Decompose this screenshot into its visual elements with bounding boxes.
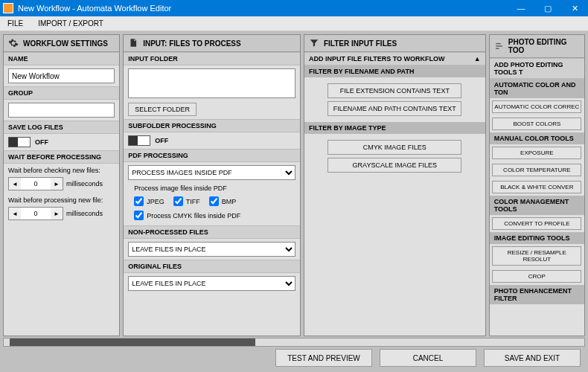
filter-by-type-label: FILTER BY IMAGE TYPE	[304, 122, 485, 134]
add-filters-label: ADD INPUT FILE FILTERS TO WORKFLOW▲	[304, 52, 485, 65]
filename-path-button[interactable]: FILENAME AND PATH CONTAINS TEXT	[327, 101, 461, 116]
menubar: FILE IMPORT / EXPORT	[0, 16, 588, 31]
group-field[interactable]	[8, 103, 115, 118]
auto-tone-label: AUTOMATIC COLOR AND TON	[490, 79, 584, 98]
input-folder-label: INPUT FOLDER	[124, 52, 300, 65]
input-files-panel: INPUT: FILES TO PROCESS INPUT FOLDER SEL…	[123, 34, 301, 336]
filter-icon	[309, 38, 319, 48]
app-icon	[3, 3, 13, 13]
add-tools-label: ADD PHOTO EDITING TOOLS T	[490, 58, 584, 79]
filter-by-name-label: FILTER BY FILENAME AND PATH	[304, 65, 485, 77]
nonproc-select[interactable]: LEAVE FILES IN PLACE	[128, 242, 295, 257]
maximize-button[interactable]: ▢	[534, 0, 561, 16]
workflow-settings-panel: WORKFLOW SETTINGS NAME GROUP SAVE LOG FI…	[3, 34, 120, 336]
close-button[interactable]: ✕	[561, 0, 588, 16]
select-folder-button[interactable]: SELECT FOLDER	[128, 103, 196, 116]
cmyk-pdf-checkbox[interactable]	[134, 211, 144, 220]
pdf-select[interactable]: PROCESS IMAGES INSIDE PDF	[128, 165, 295, 180]
spinner-down[interactable]: ◄	[9, 208, 21, 219]
editing-label: IMAGE EDITING TOOLS	[490, 232, 584, 244]
tiff-checkbox[interactable]	[173, 196, 183, 206]
grayscale-files-button[interactable]: GRAYSCALE IMAGE FILES	[327, 158, 461, 173]
auto-correct-button[interactable]: AUTOMATIC COLOR CORREC	[492, 100, 581, 113]
subfolder-toggle[interactable]: OFF	[124, 132, 300, 149]
photo-tools-header: PHOTO EDITING TOO	[490, 35, 584, 58]
minimize-button[interactable]: —	[508, 0, 534, 16]
gear-icon	[8, 38, 19, 48]
subfolder-label: SUBFOLDER PROCESSING	[124, 119, 300, 132]
sliders-icon	[494, 41, 504, 51]
jpeg-checkbox[interactable]	[134, 196, 144, 206]
save-log-toggle[interactable]: OFF	[4, 134, 119, 150]
bw-button[interactable]: BLACK & WHITE CONVER	[492, 181, 581, 193]
save-exit-button[interactable]: SAVE AND EXIT	[484, 349, 581, 367]
files-icon	[128, 38, 138, 48]
input-files-header: INPUT: FILES TO PROCESS	[124, 35, 300, 52]
wait-check-label: Wait before checking new files:	[8, 167, 115, 174]
workspace: WORKFLOW SETTINGS NAME GROUP SAVE LOG FI…	[0, 31, 588, 344]
menu-import-export[interactable]: IMPORT / EXPORT	[31, 19, 111, 28]
footer: TEST AND PREVIEW CANCEL SAVE AND EXIT	[0, 344, 588, 372]
file-extension-button[interactable]: FILE EXTENSION CONTAINS TEXT	[327, 83, 461, 98]
nonproc-label: NON-PROCESSED FILES	[124, 225, 300, 239]
cmyk-files-button[interactable]: CMYK IMAGE FILES	[327, 140, 461, 155]
wait-before-label: WAIT BEFORE PROCESSING	[4, 150, 119, 164]
orig-select[interactable]: LEAVE FILES IN PLACE	[128, 276, 295, 291]
group-label: GROUP	[4, 86, 119, 100]
filter-header: FILTER INPUT FILES	[304, 35, 485, 52]
colortemp-button[interactable]: COLOR TEMPERATURE	[492, 164, 581, 176]
spinner-down[interactable]: ◄	[9, 178, 21, 190]
horizontal-scrollbar[interactable]	[3, 338, 585, 347]
name-label: NAME	[4, 52, 119, 65]
collapse-icon[interactable]: ▲	[474, 55, 481, 62]
boost-button[interactable]: BOOST COLORS	[492, 118, 581, 130]
orig-label: ORIGINAL FILES	[124, 260, 300, 273]
exposure-button[interactable]: EXPOSURE	[492, 147, 581, 159]
resize-button[interactable]: RESIZE / RESAMPLE RESOLUT	[492, 246, 581, 266]
pdf-filetypes-label: Process image files inside PDF	[134, 185, 295, 192]
input-folder-field[interactable]	[128, 68, 295, 98]
window-title: New Workflow - Automata Workflow Editor	[18, 4, 171, 13]
test-preview-button[interactable]: TEST AND PREVIEW	[275, 349, 372, 367]
convert-button[interactable]: CONVERT TO PROFILE	[492, 217, 581, 230]
titlebar: New Workflow - Automata Workflow Editor …	[0, 0, 588, 16]
photo-tools-panel: PHOTO EDITING TOO ADD PHOTO EDITING TOOL…	[489, 34, 585, 336]
enhance-label: PHOTO ENHANCEMENT FILTER	[490, 285, 584, 304]
workflow-settings-header: WORKFLOW SETTINGS	[4, 35, 119, 52]
filter-panel: FILTER INPUT FILES ADD INPUT FILE FILTER…	[304, 34, 486, 336]
cm-label: COLOR MANAGEMENT TOOLS	[490, 196, 584, 215]
crop-button[interactable]: CROP	[492, 270, 581, 283]
spinner-up[interactable]: ►	[51, 178, 63, 190]
name-field[interactable]	[8, 68, 115, 83]
pdf-label: PDF PROCESSING	[124, 149, 300, 162]
wait-proc-spinner[interactable]: ◄ ►	[8, 207, 63, 220]
cancel-button[interactable]: CANCEL	[380, 349, 476, 367]
bmp-checkbox[interactable]	[209, 196, 219, 206]
menu-file[interactable]: FILE	[0, 19, 31, 28]
save-log-label: SAVE LOG FILES	[4, 121, 119, 134]
spinner-up[interactable]: ►	[51, 208, 63, 219]
wait-check-spinner[interactable]: ◄ ►	[8, 177, 63, 190]
manual-label: MANUAL COLOR TOOLS	[490, 132, 584, 144]
wait-proc-label: Wait before processing new file:	[8, 196, 115, 204]
